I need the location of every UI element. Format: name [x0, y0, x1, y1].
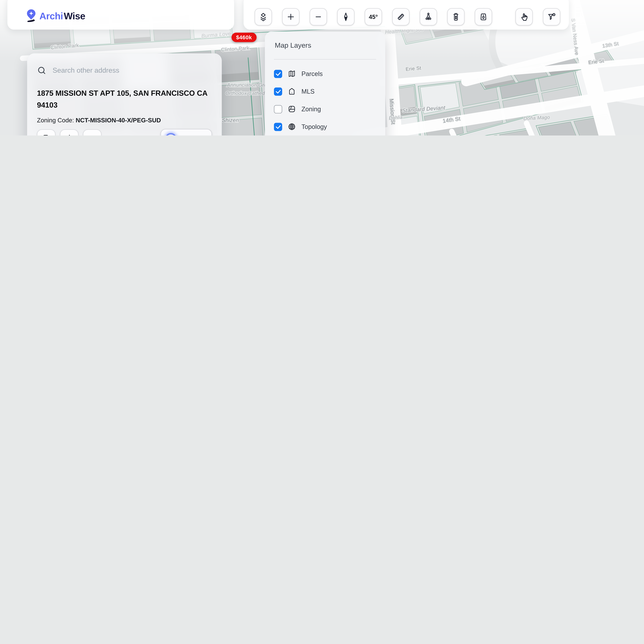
layer-checkbox[interactable] — [274, 70, 282, 78]
layer-item-topology[interactable]: Topology — [274, 118, 376, 135]
measure-button[interactable] — [392, 8, 409, 26]
layer-label: Zoning — [302, 105, 321, 113]
search-icon — [37, 66, 46, 75]
export-pdf-button[interactable]: PDF — [37, 129, 55, 135]
address-title: 1875 MISSION ST APT 105, SAN FRANCISCO C… — [37, 87, 218, 111]
divider — [274, 59, 376, 60]
map-label: Shizen — [222, 117, 239, 123]
erase-button[interactable] — [447, 8, 465, 26]
locate-button[interactable] — [60, 129, 78, 135]
camera-icon — [478, 12, 488, 22]
zoning-label: Zoning Code: — [37, 117, 74, 124]
brand-name-secondary: Wise — [64, 10, 85, 22]
rotate-button[interactable] — [83, 129, 101, 135]
select-button[interactable] — [515, 8, 533, 26]
map-layers-panel: Map Layers ParcelsMLSZoningTopology3DSat… — [265, 32, 385, 135]
layers-button[interactable] — [255, 8, 272, 26]
tilt-button[interactable]: 45° — [365, 8, 382, 26]
pdf-icon: PDF — [41, 134, 51, 135]
zoning-value: NCT-MISSION-40-X/PEG-SUD — [76, 117, 161, 124]
plus-icon — [286, 12, 296, 22]
locate-icon — [64, 134, 74, 135]
search-input[interactable] — [52, 66, 201, 75]
layers-icon — [258, 12, 268, 22]
snapshot-button[interactable] — [475, 8, 492, 26]
price-badge[interactable]: $460k — [232, 33, 256, 42]
layer-checkbox[interactable] — [274, 105, 282, 113]
map-icon — [287, 69, 296, 78]
rotate-icon — [87, 134, 97, 135]
zoning-icon — [287, 105, 296, 113]
home-icon — [287, 87, 296, 96]
layer-label: Parcels — [302, 70, 323, 77]
filter-button[interactable] — [543, 8, 560, 26]
compass-button[interactable] — [337, 8, 354, 26]
logo-bar: ArchiWise — [7, 0, 234, 30]
layer-item-mls[interactable]: MLS — [274, 83, 376, 100]
brand-name-primary: Archi — [39, 10, 63, 22]
compass-icon — [341, 12, 351, 22]
location-pin-sparkle-icon — [24, 8, 39, 24]
zoning-code: Zoning Code: NCT-MISSION-40-X/PEG-SUD — [37, 117, 212, 124]
map-layers-title: Map Layers — [275, 41, 376, 50]
add-to-ai-label: Add to AI — [181, 135, 206, 135]
actions-row: PDF Add to AI — [37, 129, 212, 135]
layer-label: Topology — [302, 123, 327, 130]
layer-item-zoning[interactable]: Zoning — [274, 100, 376, 118]
ruler-icon — [396, 12, 406, 22]
map-label: Dahlia — [389, 115, 403, 120]
drafting-compass-icon — [423, 12, 433, 22]
property-panel: 1875 MISSION ST APT 105, SAN FRANCISCO C… — [27, 53, 222, 135]
spinner-icon — [165, 133, 177, 135]
pointer-icon — [519, 12, 529, 22]
zoom-in-button[interactable] — [282, 8, 299, 26]
globe-icon — [287, 122, 296, 131]
map-label: Orthodox Cathedral — [226, 90, 271, 96]
map-toolbar: 45° — [244, 0, 569, 30]
layer-item-parcels[interactable]: Parcels — [274, 65, 376, 83]
app-logo[interactable]: ArchiWise — [24, 8, 85, 24]
search-bar — [37, 66, 212, 75]
map-layers-list: ParcelsMLSZoningTopology3DSatelliteBound… — [274, 65, 376, 135]
trash-icon — [451, 12, 461, 22]
app-root: Clinton ParkBurma LoveClinton ParkHealth… — [0, 0, 644, 135]
layer-checkbox[interactable] — [274, 123, 282, 131]
add-to-ai-button[interactable]: Add to AI — [161, 129, 212, 135]
layer-checkbox[interactable] — [274, 87, 282, 96]
filter-pin-icon — [547, 12, 557, 22]
layer-label: MLS — [302, 88, 315, 95]
toolbar-buttons: 45° — [255, 8, 560, 26]
minus-icon — [313, 12, 323, 22]
draw-button[interactable] — [420, 8, 437, 26]
zoom-out-button[interactable] — [310, 8, 327, 26]
tilt-angle-label: 45° — [369, 14, 378, 20]
